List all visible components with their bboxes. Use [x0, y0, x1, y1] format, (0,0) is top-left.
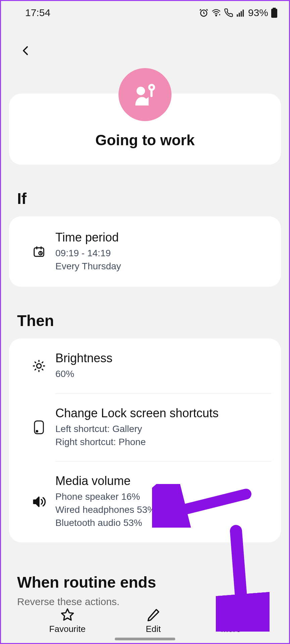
battery-icon — [271, 8, 278, 18]
commute-icon — [130, 79, 160, 110]
svg-rect-6 — [273, 8, 276, 9]
calendar-clock-icon — [33, 245, 45, 258]
section-if-header: If — [17, 190, 289, 208]
status-bar: 17:54 93% — [1, 1, 289, 23]
then-item-sub: 60% — [55, 367, 272, 380]
home-indicator[interactable] — [115, 638, 175, 640]
bottom-edit[interactable]: Edit — [146, 608, 161, 634]
svg-point-13 — [37, 364, 41, 368]
section-ends-header: When routine ends — [17, 573, 289, 591]
then-item-sub2: Right shortcut: Phone — [55, 435, 272, 448]
svg-rect-2 — [237, 14, 238, 17]
svg-point-26 — [230, 609, 232, 612]
svg-point-27 — [230, 613, 232, 616]
status-time: 17:54 — [25, 7, 50, 18]
svg-line-16 — [35, 362, 36, 363]
then-item-lockscreen[interactable]: Change Lock screen shortcuts Left shortc… — [9, 393, 281, 461]
then-item-brightness[interactable]: Brightness 60% — [9, 338, 281, 393]
signal-icon — [236, 8, 245, 17]
svg-rect-10 — [150, 89, 152, 97]
svg-rect-3 — [239, 13, 240, 17]
if-item-sub1: 09:19 - 14:19 — [55, 247, 272, 260]
routine-title: Going to work — [9, 132, 281, 149]
svg-rect-7 — [271, 9, 277, 18]
chevron-left-icon — [20, 43, 32, 58]
then-item-title: Brightness — [55, 351, 272, 365]
bottom-label: Edit — [146, 624, 161, 634]
then-item-title: Media volume — [55, 474, 272, 488]
routine-header-card: Going to work — [9, 94, 281, 165]
then-item-title: Change Lock screen shortcuts — [55, 406, 272, 420]
svg-point-8 — [137, 87, 145, 95]
svg-rect-5 — [243, 10, 244, 17]
svg-line-17 — [42, 369, 43, 370]
alarm-icon — [199, 8, 208, 17]
more-icon — [224, 608, 238, 622]
routine-icon — [118, 68, 172, 121]
wifi-icon — [211, 8, 221, 17]
then-item-media-volume[interactable]: Media volume Phone speaker 16% Wired hea… — [9, 461, 281, 542]
if-card: Time period 09:19 - 14:19 Every Thursday — [9, 216, 281, 287]
back-button[interactable] — [16, 41, 36, 61]
status-right: 93% — [199, 7, 278, 18]
svg-line-21 — [42, 362, 43, 363]
svg-point-9 — [149, 85, 154, 90]
then-item-sub1: Left shortcut: Gallery — [55, 422, 272, 435]
battery-percent: 93% — [248, 7, 268, 18]
if-item-sub2: Every Thursday — [55, 260, 272, 273]
if-item-time-period[interactable]: Time period 09:19 - 14:19 Every Thursday — [9, 216, 281, 287]
if-item-title: Time period — [55, 230, 272, 245]
svg-marker-25 — [61, 609, 73, 620]
bottom-label: Favourite — [49, 624, 86, 634]
lockscreen-icon — [33, 420, 45, 435]
then-item-sub1: Phone speaker 16% — [55, 490, 272, 503]
bottom-bar: Favourite Edit More — [1, 608, 289, 634]
bottom-favourite[interactable]: Favourite — [49, 608, 86, 634]
then-item-sub2: Wired headphones 53% — [55, 503, 272, 516]
svg-line-20 — [35, 369, 36, 370]
svg-rect-4 — [241, 11, 242, 16]
bottom-label: More — [221, 624, 241, 634]
pencil-icon — [146, 608, 160, 622]
svg-point-28 — [230, 618, 232, 620]
svg-marker-24 — [34, 497, 39, 506]
then-card: Brightness 60% Change Lock screen shortc… — [9, 338, 281, 542]
call-icon — [224, 8, 233, 17]
volume-icon — [32, 495, 46, 509]
bottom-more[interactable]: More — [221, 608, 241, 634]
then-item-sub3: Bluetooth audio 53% — [55, 516, 272, 529]
svg-point-1 — [216, 15, 217, 16]
star-icon — [60, 608, 75, 622]
section-ends-sub: Reverse these actions. — [17, 596, 289, 607]
section-then-header: Then — [17, 312, 289, 330]
svg-point-23 — [36, 430, 38, 432]
brightness-icon — [32, 359, 46, 373]
